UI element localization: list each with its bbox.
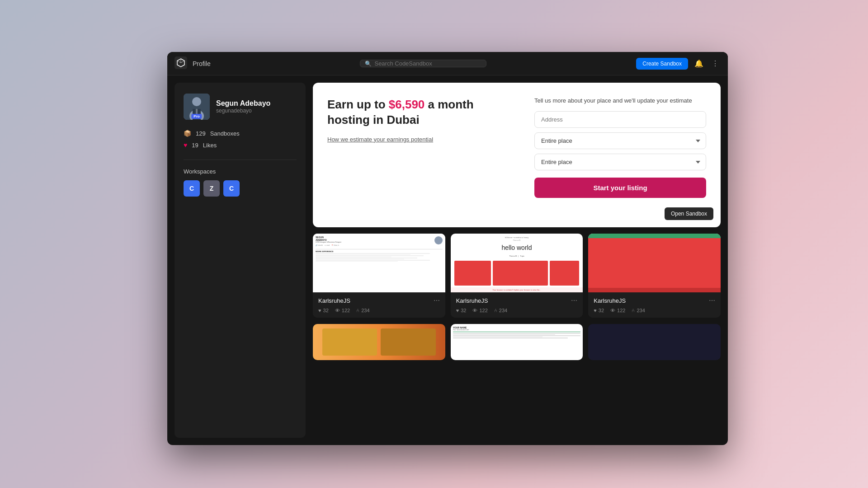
card-bottom-3: KarlsruheJS ⋯ ♥ 32 👁 122 (588, 292, 721, 318)
profile-panel: Pro Segun Adebayo segunadebayo 📦 129 San… (175, 83, 306, 438)
card-menu-button-3[interactable]: ⋯ (709, 297, 715, 304)
workspaces-label: Workspaces (184, 168, 297, 175)
card-bottom-2: KarlsruheJS ⋯ ♥ 32 👁 122 (451, 292, 583, 318)
resume-content-line (316, 255, 424, 256)
sandbox-card-3[interactable]: KarlsruheJS ⋯ ♥ 32 👁 122 (588, 234, 721, 318)
start-listing-button[interactable]: Start your listing (534, 178, 706, 198)
card-title-row-2: KarlsruheJS ⋯ (456, 297, 578, 304)
sandbox-card-1[interactable]: SEGUNADEBAYO UX/UI designer & Business D… (313, 234, 445, 318)
create-sandbox-button[interactable]: Create Sandbox (636, 58, 688, 70)
resume2-divider (453, 332, 581, 332)
bar-1 (454, 261, 491, 286)
card-meta-1: ♥ 32 👁 122 ⑃ 234 (318, 308, 440, 313)
cards-grid: SEGUNADEBAYO UX/UI designer & Business D… (313, 234, 721, 318)
resume-subtitle: UX/UI designer & Business Designer (316, 241, 341, 243)
heart-icon-1: ♥ (318, 308, 321, 313)
likes-icon: ♥ (184, 141, 187, 149)
topbar: Profile 🔍 Create Sandbox 🔔 ⋮ (167, 52, 728, 75)
resume-content-line (316, 259, 404, 260)
bottom-card-2[interactable]: YOUR NAME Your most desired role! (451, 324, 583, 360)
card-title-row-3: KarlsruheJS ⋯ (594, 297, 715, 304)
sandboxes-count: 129 (196, 130, 206, 137)
eye-icon-2: 👁 (472, 308, 477, 313)
bell-icon: 🔔 (694, 60, 703, 67)
card-views-1: 👁 122 (335, 308, 350, 313)
card-menu-button-1[interactable]: ⋯ (434, 297, 440, 304)
preview-travel (313, 324, 445, 360)
heart-icon-3: ♥ (594, 308, 597, 313)
preview-resume: SEGUNADEBAYO UX/UI designer & Business D… (313, 234, 445, 292)
bottom-card-1[interactable] (313, 324, 445, 360)
card-title-row-1: KarlsruheJS ⋯ (318, 297, 440, 304)
banner-headline: Earn up to $6,590 a month hosting in Dub… (327, 97, 516, 128)
card-title-2: KarlsruheJS (456, 297, 488, 304)
resume-content-line (316, 254, 410, 255)
workspace-badge-c1[interactable]: C (184, 180, 200, 197)
resume-content-line (316, 257, 392, 258)
card-bottom-1: KarlsruheJS ⋯ ♥ 32 👁 122 (313, 292, 445, 318)
sandbox-card-2[interactable]: hil theme • a window is heavy ThemeJS he… (451, 234, 583, 318)
line (453, 338, 568, 338)
eye-icon-1: 👁 (335, 308, 340, 313)
workspace-badge-c2[interactable]: C (223, 180, 240, 197)
bar-2 (493, 261, 548, 286)
workspace-badge-z[interactable]: Z (203, 180, 220, 197)
fork-icon-2: ⑃ (494, 308, 497, 313)
content-area: Earn up to $6,590 a month hosting in Dub… (306, 75, 728, 445)
likes-stat: ♥ 19 Likes (184, 141, 297, 149)
resume-content-line (316, 261, 398, 262)
fork-icon-3: ⑃ (632, 308, 635, 313)
property-type-select[interactable]: Entire place Private room Shared room (534, 132, 706, 149)
property-type-select2[interactable]: Entire place Private room Shared room (534, 154, 706, 170)
open-sandbox-button[interactable]: Open Sandbox (665, 207, 713, 220)
resume-experience-section: WORK EXPERIENCE (316, 249, 443, 262)
fork-icon-1: ⑃ (356, 308, 359, 313)
eye-icon-3: 👁 (610, 308, 615, 313)
topbar-title: Profile (193, 60, 211, 67)
resume2-content (453, 333, 581, 338)
hello-header: hil theme • a window is heavy ThemeJS (451, 234, 583, 242)
resume-contact: 🔗 LinkedIn✉ email📍 Dubai, In (316, 244, 341, 246)
pro-badge: Pro (191, 114, 202, 119)
sandboxes-stat: 📦 129 Sandboxes (184, 130, 297, 137)
card-preview-2: hil theme • a window is heavy ThemeJS he… (451, 234, 583, 292)
preview-dark (588, 324, 721, 360)
card-likes-1: ♥ 32 (318, 308, 329, 313)
card-views-3: 👁 122 (610, 308, 625, 313)
heart-icon-2: ♥ (456, 308, 459, 313)
resume-content-line (316, 258, 417, 258)
travel-image-1 (322, 328, 377, 356)
svg-point-2 (192, 97, 201, 106)
card-forks-2: ⑃ 234 (494, 308, 507, 313)
card-title-1: KarlsruheJS (318, 297, 350, 304)
resume-content-line (316, 260, 430, 261)
estimate-link[interactable]: How we estimate your earnings potential (327, 136, 433, 143)
card-preview-1: SEGUNADEBAYO UX/UI designer & Business D… (313, 234, 445, 292)
bottom-card-3[interactable] (588, 324, 721, 360)
card-title-3: KarlsruheJS (594, 297, 626, 304)
search-box: 🔍 (360, 60, 486, 67)
card-menu-button-2[interactable]: ⋯ (571, 297, 577, 304)
card-forks-1: ⑃ 234 (356, 308, 369, 313)
more-menu-icon: ⋮ (712, 60, 719, 67)
line (453, 337, 542, 338)
card-views-2: 👁 122 (472, 308, 487, 313)
stripe-dark-red (588, 288, 721, 292)
search-input[interactable] (374, 60, 465, 67)
stripe-red (588, 238, 721, 288)
preview-resume2: YOUR NAME Your most desired role! (451, 324, 583, 360)
resume-name: SEGUNADEBAYO (316, 236, 341, 241)
airbnb-banner: Earn up to $6,590 a month hosting in Dub… (313, 83, 721, 227)
card-likes-2: ♥ 32 (456, 308, 467, 313)
main-content: Pro Segun Adebayo segunadebayo 📦 129 San… (167, 75, 728, 445)
menu-button[interactable]: ⋮ (710, 57, 721, 70)
hello-world-text: hello world (451, 242, 583, 253)
profile-info: Segun Adebayo segunadebayo (216, 99, 270, 114)
address-input[interactable] (534, 111, 706, 128)
card-forks-3: ⑃ 234 (632, 308, 645, 313)
notifications-button[interactable]: 🔔 (693, 57, 705, 70)
card-meta-2: ♥ 32 👁 122 ⑃ 234 (456, 308, 578, 313)
topbar-search-container: 🔍 (216, 60, 631, 67)
likes-count: 19 (192, 142, 198, 149)
bar-3 (550, 261, 579, 286)
